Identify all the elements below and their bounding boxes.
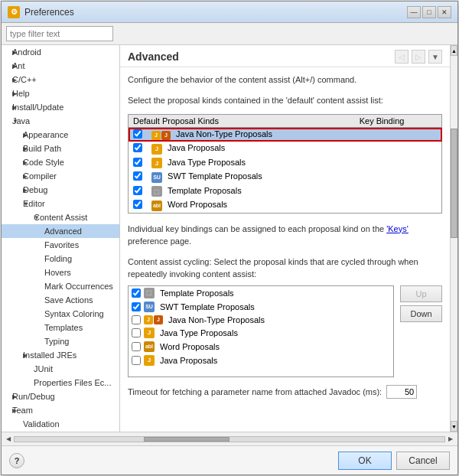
proposals-table: Default Proposal Kinds Key Binding JJ Ja… [128,114,442,214]
arrow-help: ▶ [2,90,12,97]
sidebar-item-rundebug[interactable]: ▶ Run/Debug [2,390,119,403]
java-icon: J [151,144,162,155]
sidebar-item-team[interactable]: ▶ Team [2,403,119,417]
sidebar-item-typing[interactable]: Typing [2,334,119,348]
label-cpp: C/C++ [12,75,37,84]
help-button[interactable]: ? [9,453,24,468]
arrow-java: ▼ [2,118,12,125]
sidebar-item-compiler[interactable]: ▶ Compiler [2,169,119,183]
table-row[interactable]: J Java Type Proposals [129,156,442,171]
scroll-right-arrow[interactable]: ▶ [448,435,453,442]
proposal-checkbox[interactable] [133,171,142,181]
sidebar-scroll: ▶ Android ▶ Ant ▶ C/C++ [2,45,119,432]
cycling-checkbox[interactable] [132,289,141,298]
sidebar-item-appearance[interactable]: ▶ Appearance [2,128,119,142]
sidebar-item-buildpath[interactable]: ▶ Build Path [2,142,119,155]
scroll-up[interactable]: ▲ [451,45,457,56]
sidebar-item-ant[interactable]: ▶ Ant [2,59,119,73]
list-item[interactable]: J Java Proposals [129,354,393,367]
cancel-button[interactable]: Cancel [396,452,450,470]
sidebar-item-junit[interactable]: JUnit [2,362,119,376]
cycling-checkbox[interactable] [132,315,141,324]
sidebar-item-installedjres[interactable]: ▶ Installed JREs [2,348,119,362]
proposal-checkbox[interactable] [133,200,142,209]
titlebar-buttons: — □ ✕ [407,6,451,18]
list-item[interactable]: J Java Type Proposals [129,326,393,340]
sidebar-item-install[interactable]: ▶ Install/Update [2,100,119,114]
label-folding: Folding [34,254,72,263]
table-row[interactable]: J Java Proposals [129,142,442,156]
forward-button[interactable]: ▷ [412,50,425,64]
sidebar-item-contentassist[interactable]: ▼ Content Assist [2,210,119,224]
minimize-button[interactable]: — [407,6,421,18]
arrow-team: ▶ [2,407,12,414]
up-button[interactable]: Up [400,285,442,302]
ok-button[interactable]: OK [338,452,392,470]
list-item[interactable]: ⬚ Template Proposals [129,286,393,300]
dropdown-button[interactable]: ▼ [428,50,442,64]
titlebar-left: ⚙ Preferences [8,6,74,18]
timeout-input[interactable] [386,385,417,399]
sidebar-item-propfiles[interactable]: Properties Files Ec... [2,376,119,390]
panel-header: Advanced ◁ ▷ ▼ [120,45,450,67]
sidebar-item-advanced[interactable]: Advanced [2,224,119,238]
table-row[interactable]: SU SWT Template Proposals [129,170,442,184]
label-java: Java [12,116,30,126]
scroll-track[interactable] [451,56,457,421]
proposal-checkbox[interactable] [133,158,142,167]
abl-icon: abl [151,201,162,211]
cycling-checkbox[interactable] [132,302,141,311]
cycling-checkbox[interactable] [132,356,141,365]
cycling-checkbox[interactable] [132,328,141,337]
table-row[interactable]: ⬚ Template Proposals [129,184,442,199]
sidebar-item-validation[interactable]: Validation [2,417,119,431]
sidebar-item-editor[interactable]: ▼ Editor [2,197,119,210]
label-favorites: Favorites [44,240,79,249]
proposal-label: Java Proposals [168,143,225,152]
sidebar-item-android[interactable]: ▶ Android [2,45,119,59]
template-icon: ⬚ [151,186,162,197]
sidebar-item-saveactions[interactable]: Save Actions [2,293,119,307]
scroll-thumb [451,129,457,238]
window-icon: ⚙ [8,6,20,18]
keys-link[interactable]: 'Keys' [386,224,409,233]
table-row[interactable]: abl Word Proposals [129,198,442,213]
abl-icon: abl [144,341,155,352]
panel-body: Configure the behavior of the content as… [120,67,450,432]
sidebar-item-debug[interactable]: ▶ Debug [2,183,119,197]
list-item[interactable]: abl Word Proposals [129,340,393,354]
scroll-left-arrow[interactable]: ◀ [6,435,11,442]
close-button[interactable]: ✕ [438,6,451,18]
proposal-checkbox[interactable] [133,186,142,195]
sidebar-item-java[interactable]: ▼ Java [2,114,119,128]
sidebar-item-markoccur[interactable]: Mark Occurrences [2,279,119,293]
proposal-label-cell: JJ Java Non-Type Proposals [147,128,355,142]
sidebar-item-folding[interactable]: Folding [2,252,119,266]
back-button[interactable]: ◁ [395,50,409,64]
label-validation: Validation [12,419,60,429]
sidebar-item-templates[interactable]: Templates [2,321,119,334]
proposal-checkbox[interactable] [133,143,142,152]
down-button[interactable]: Down [400,305,442,322]
label-ant: Ant [12,61,25,70]
maximize-button[interactable]: □ [422,6,436,18]
sidebar-item-hovers[interactable]: Hovers [2,266,119,279]
sidebar-item-codestyle[interactable]: ▶ Code Style [2,155,119,169]
arrow-cpp: ▶ [2,77,12,83]
scroll-track-h[interactable] [14,436,445,442]
vertical-scrollbar: ▲ ▼ [450,45,457,432]
proposal-checkbox[interactable] [133,129,142,139]
filter-input[interactable] [6,26,113,41]
list-item[interactable]: JJ Java Non-Type Proposals [129,314,393,326]
cycling-checkbox[interactable] [132,342,141,351]
sidebar-item-cpp[interactable]: ▶ C/C++ [2,73,119,86]
arrow-appearance: ▶ [2,132,23,139]
table-row[interactable]: JJ Java Non-Type Proposals [129,128,442,142]
sidebar-item-syntaxcolor[interactable]: Syntax Coloring [2,307,119,321]
scroll-down[interactable]: ▼ [451,421,457,432]
sidebar-item-help[interactable]: ▶ Help [2,86,119,100]
list-item[interactable]: SU SWT Template Proposals [129,300,393,314]
arrow-editor: ▼ [2,201,23,207]
label-editor: Editor [23,199,45,208]
sidebar-item-favorites[interactable]: Favorites [2,238,119,252]
